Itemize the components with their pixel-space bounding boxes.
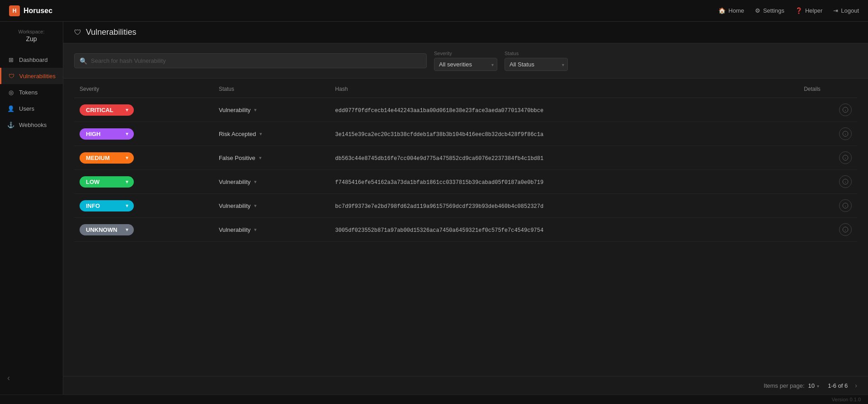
severity-label: Severity [434, 51, 497, 56]
sidebar-item-vulnerabilities-label: Vulnerabilities [19, 73, 56, 80]
table-header: Severity Status Hash Details [74, 79, 857, 98]
details-button[interactable] [839, 127, 852, 140]
version-footer: Version 0.1.0 [0, 395, 868, 404]
table-body: CRITICAL ▾ Vulnerability ▾ edd077f0fdfce… [74, 98, 857, 242]
workspace-name: Zup [0, 35, 63, 42]
table-row: HIGH ▾ Risk Accepted ▾ 3e1415e39ca2ec20c… [74, 122, 857, 146]
filters-bar: 🔍 Severity All severities Critical High … [63, 43, 868, 79]
sidebar-item-dashboard[interactable]: ⊞ Dashboard [0, 52, 63, 68]
nav-logout[interactable]: ⇥ Logout [833, 7, 859, 14]
hash-value: edd077f0fdfcecb14e442243aa1ba00d0618e38e… [335, 108, 543, 114]
severity-badge[interactable]: MEDIUM ▾ [80, 152, 134, 164]
severity-badge[interactable]: UNKNOWN ▾ [80, 224, 134, 235]
workspace-label: Workspace: [0, 29, 63, 34]
settings-icon: ⚙ [755, 7, 760, 14]
logout-icon: ⇥ [833, 7, 838, 14]
sidebar: Workspace: Zup ⊞ Dashboard 🛡 Vulnerabili… [0, 22, 63, 395]
items-per-page-label: Items per page: [764, 382, 804, 389]
severity-dropdown-arrow: ▾ [126, 227, 128, 233]
nav-home[interactable]: 🏠 Home [718, 7, 744, 14]
page-range: 1-6 of 6 [828, 382, 848, 389]
vulnerabilities-table: Severity Status Hash Details CRITICAL ▾ [74, 79, 857, 242]
pagination-bar: Items per page: 10 25 50 ▾ 1-6 of 6 › [63, 376, 868, 395]
hash-value: f7485416efe54162a3a73da1bfab1861cc033781… [335, 179, 543, 186]
severity-label: MEDIUM [86, 155, 110, 161]
details-button[interactable] [839, 103, 852, 116]
page-title: Vulnerabilities [86, 28, 136, 37]
per-page-select-wrapper: 10 25 50 ▾ [808, 382, 821, 389]
details-button[interactable] [839, 175, 852, 188]
severity-badge[interactable]: CRITICAL ▾ [80, 104, 134, 116]
info-icon [842, 155, 849, 161]
details-button[interactable] [839, 199, 852, 212]
status-dropdown-arrow[interactable]: ▾ [259, 131, 262, 137]
info-icon [842, 107, 849, 113]
table-row: CRITICAL ▾ Vulnerability ▾ edd077f0fdfce… [74, 98, 857, 122]
status-cell: Risk Accepted ▾ [219, 131, 324, 137]
severity-label: LOW [86, 179, 99, 185]
status-dropdown-arrow[interactable]: ▾ [254, 203, 257, 209]
status-dropdown-arrow[interactable]: ▾ [259, 155, 262, 161]
col-status: Status [213, 79, 330, 98]
topbar-nav: 🏠 Home ⚙ Settings ❓ Helper ⇥ Logout [718, 7, 859, 14]
nav-settings[interactable]: ⚙ Settings [755, 7, 784, 14]
logo-icon: H [9, 5, 20, 16]
sidebar-item-tokens[interactable]: ◎ Tokens [0, 84, 63, 100]
page-shield-icon: 🛡 [74, 28, 81, 37]
status-filter-group: Status All Status Vulnerability Risk Acc… [505, 51, 568, 71]
table-wrapper: Severity Status Hash Details CRITICAL ▾ [63, 79, 868, 376]
details-button[interactable] [839, 223, 852, 236]
per-page-select[interactable]: 10 25 50 [808, 382, 822, 389]
content-header: 🛡 Vulnerabilities [63, 22, 868, 43]
status-label: Status [505, 51, 568, 56]
hash-value: bc7d9f9373e7e2bd798fd62ad119a96157569dcd… [335, 203, 543, 210]
status-select[interactable]: All Status Vulnerability Risk Accepted F… [505, 58, 568, 71]
severity-select[interactable]: All severities Critical High Medium Low … [434, 58, 497, 71]
status-dropdown-arrow[interactable]: ▾ [254, 227, 257, 233]
sidebar-item-vulnerabilities[interactable]: 🛡 Vulnerabilities [0, 68, 63, 84]
severity-dropdown-arrow: ▾ [126, 203, 128, 209]
info-icon [842, 179, 849, 185]
main-layout: Workspace: Zup ⊞ Dashboard 🛡 Vulnerabili… [0, 22, 868, 395]
sidebar-item-users-label: Users [19, 105, 34, 112]
severity-badge[interactable]: INFO ▾ [80, 200, 134, 211]
status-select-wrapper: All Status Vulnerability Risk Accepted F… [505, 58, 568, 71]
status-cell: Vulnerability ▾ [219, 107, 324, 113]
nav-helper[interactable]: ❓ Helper [795, 7, 822, 14]
severity-badge[interactable]: HIGH ▾ [80, 128, 134, 140]
severity-label: CRITICAL [86, 107, 113, 113]
info-icon [842, 226, 849, 233]
col-severity: Severity [74, 79, 213, 98]
table-row: UNKNOWN ▾ Vulnerability ▾ 3005df023552b8… [74, 218, 857, 242]
sidebar-collapse-button[interactable]: ‹ [0, 369, 63, 387]
details-button[interactable] [839, 151, 852, 164]
search-wrapper: 🔍 [74, 53, 427, 68]
status-cell: Vulnerability ▾ [219, 202, 324, 209]
hash-value: 3005df023552b871a97ab00d15326aca7450a645… [335, 227, 543, 234]
severity-label: UNKNOWN [86, 226, 117, 233]
dashboard-icon: ⊞ [7, 56, 14, 63]
sidebar-item-tokens-label: Tokens [19, 89, 38, 96]
severity-dropdown-arrow: ▾ [126, 179, 128, 185]
shield-icon: 🛡 [9, 72, 15, 80]
severity-badge[interactable]: LOW ▾ [80, 176, 134, 188]
version-label: Version 0.1.0 [832, 397, 861, 402]
status-dropdown-arrow[interactable]: ▾ [254, 179, 257, 185]
app-name: Horusec [24, 7, 52, 15]
status-dropdown-arrow[interactable]: ▾ [254, 107, 257, 113]
table-row: LOW ▾ Vulnerability ▾ f7485416efe54162a3… [74, 170, 857, 194]
info-icon [842, 202, 849, 209]
users-icon: 👤 [7, 105, 14, 112]
col-details: Details [798, 79, 857, 98]
search-input[interactable] [74, 53, 427, 68]
col-hash: Hash [330, 79, 798, 98]
webhooks-icon: ⚓ [7, 121, 14, 128]
topbar: H Horusec 🏠 Home ⚙ Settings ❓ Helper ⇥ L… [0, 0, 868, 22]
severity-label: HIGH [86, 131, 101, 137]
items-per-page-group: Items per page: 10 25 50 ▾ [764, 382, 821, 389]
sidebar-item-webhooks[interactable]: ⚓ Webhooks [0, 117, 63, 133]
helper-icon: ❓ [795, 7, 802, 14]
sidebar-item-users[interactable]: 👤 Users [0, 100, 63, 117]
sidebar-item-webhooks-label: Webhooks [19, 122, 47, 128]
next-page-button[interactable]: › [855, 382, 857, 389]
